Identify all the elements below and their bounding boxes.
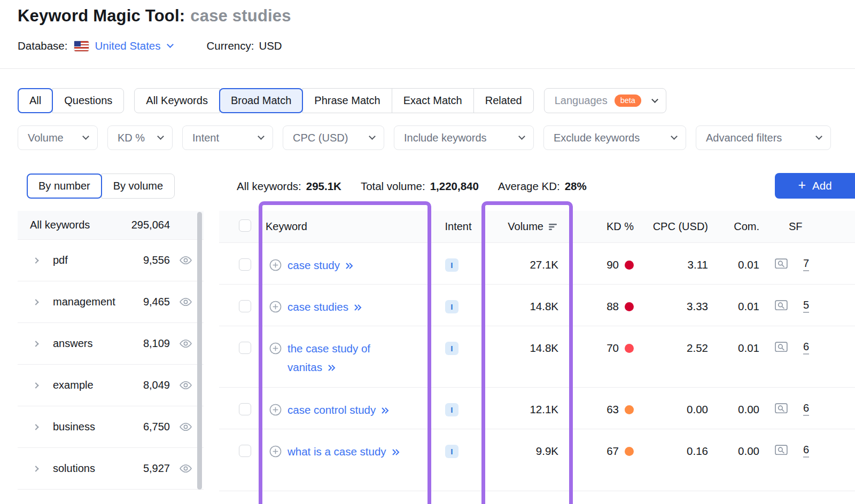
add-keyword-icon[interactable]: [269, 445, 282, 458]
kd-filter[interactable]: KD %: [107, 125, 173, 150]
tab-related[interactable]: Related: [473, 88, 534, 113]
keyword-link[interactable]: case control study: [287, 401, 390, 420]
advanced-filters[interactable]: Advanced filters: [696, 125, 831, 150]
sidebar-scrollbar[interactable]: [197, 212, 202, 490]
sort-descending-icon: [549, 223, 558, 231]
eye-icon[interactable]: [180, 256, 192, 265]
keyword-link[interactable]: case study: [287, 256, 354, 275]
row-checkbox[interactable]: [239, 258, 251, 271]
kd-difficulty-dot: [625, 405, 634, 414]
average-kd-label: Average KD:: [498, 180, 560, 192]
sidebar-item-business[interactable]: business 6,750: [18, 406, 204, 448]
tab-phrase-match[interactable]: Phrase Match: [302, 88, 392, 113]
column-header-volume[interactable]: Volume: [481, 220, 574, 233]
expand-keyword-icon[interactable]: [391, 448, 400, 456]
cpc-value: 0.00: [641, 403, 716, 416]
volume-value: 14.8K: [481, 300, 574, 313]
add-keyword-icon[interactable]: [269, 301, 282, 313]
intent-filter[interactable]: Intent: [182, 125, 273, 150]
tab-questions[interactable]: Questions: [52, 88, 124, 113]
sidebar-item-management[interactable]: management 9,465: [18, 281, 204, 323]
serp-preview-icon[interactable]: [775, 403, 789, 415]
page-title: Keyword Magic Tool:case studies: [18, 6, 291, 26]
serp-preview-icon[interactable]: [775, 342, 789, 353]
chevron-right-icon: [33, 299, 38, 305]
cpc-value: 3.11: [641, 258, 716, 271]
serp-preview-icon[interactable]: [775, 445, 789, 456]
table-header-row: Keyword Intent Volume KD % CPC (USD) Com…: [219, 211, 855, 243]
volume-filter[interactable]: Volume: [18, 125, 98, 150]
keyword-link[interactable]: the case study of vanitas: [287, 340, 401, 377]
add-keyword-icon[interactable]: [269, 342, 282, 355]
meta-bar: Database: United States Currency: USD: [18, 40, 282, 52]
chevron-right-icon: [33, 424, 38, 430]
intent-badge[interactable]: I: [445, 300, 458, 313]
sf-count[interactable]: 7: [803, 257, 809, 271]
eye-icon[interactable]: [180, 339, 192, 348]
group-count: 8,049: [143, 379, 170, 391]
sf-count[interactable]: 6: [803, 402, 809, 416]
select-all-checkbox[interactable]: [239, 219, 251, 232]
column-header-sf: SF: [767, 220, 855, 233]
sf-count[interactable]: 6: [803, 341, 809, 355]
row-checkbox[interactable]: [239, 342, 251, 354]
com-value: 0.00: [716, 403, 767, 416]
sidebar-item-example[interactable]: example 8,049: [18, 365, 204, 406]
expand-keyword-icon[interactable]: [327, 364, 336, 372]
header-divider: [0, 68, 855, 69]
add-keyword-icon[interactable]: [269, 404, 282, 416]
row-checkbox[interactable]: [239, 300, 251, 312]
exclude-keywords-filter[interactable]: Exclude keywords: [543, 125, 686, 150]
eye-icon[interactable]: [180, 381, 192, 390]
column-header-intent: Intent: [436, 220, 481, 233]
expand-keyword-icon[interactable]: [353, 304, 362, 311]
chevron-right-icon: [33, 341, 38, 346]
expand-keyword-icon[interactable]: [345, 262, 354, 270]
sf-count[interactable]: 5: [803, 299, 809, 313]
expand-keyword-icon[interactable]: [380, 407, 390, 414]
languages-dropdown[interactable]: Languages beta: [544, 88, 666, 113]
intent-badge[interactable]: I: [445, 258, 458, 272]
keyword-link[interactable]: case studies: [287, 298, 362, 317]
kd-difficulty-dot: [625, 344, 634, 353]
serp-preview-icon[interactable]: [775, 258, 789, 270]
sidebar-item-pdf[interactable]: pdf 9,556: [18, 240, 204, 281]
chevron-down-icon: [167, 41, 174, 48]
row-checkbox[interactable]: [239, 403, 251, 415]
add-keyword-icon[interactable]: [269, 259, 282, 271]
include-keywords-filter[interactable]: Include keywords: [394, 125, 534, 150]
results-summary: All keywords:295.1K Total volume:1,220,8…: [237, 180, 587, 193]
intent-badge[interactable]: I: [445, 342, 458, 355]
database-selector[interactable]: United States: [95, 40, 172, 52]
chevron-down-icon: [671, 133, 678, 140]
serp-preview-icon[interactable]: [775, 300, 789, 312]
row-checkbox[interactable]: [239, 445, 251, 457]
kd-cell: 70: [574, 342, 641, 355]
add-button-label: Add: [812, 179, 831, 192]
volume-value: 27.1K: [481, 258, 574, 271]
sidebar-item-answers[interactable]: answers 8,109: [18, 323, 204, 365]
keywords-table: Keyword Intent Volume KD % CPC (USD) Com…: [219, 211, 855, 491]
total-volume-value: 1,220,840: [430, 180, 479, 192]
keyword-link[interactable]: what is a case study: [287, 443, 400, 461]
intent-badge[interactable]: I: [445, 445, 458, 458]
eye-icon[interactable]: [180, 297, 192, 306]
eye-icon[interactable]: [180, 422, 192, 431]
sf-count[interactable]: 6: [803, 444, 809, 458]
cpc-filter[interactable]: CPC (USD): [283, 125, 384, 150]
chevron-down-icon: [815, 133, 822, 140]
intent-badge[interactable]: I: [445, 403, 458, 416]
tab-all-keywords[interactable]: All Keywords: [134, 88, 220, 113]
toggle-by-volume[interactable]: By volume: [102, 174, 175, 199]
group-count: 9,556: [143, 254, 170, 266]
kd-difficulty-dot: [625, 302, 634, 311]
tab-exact-match[interactable]: Exact Match: [392, 88, 474, 113]
sidebar-item-solutions[interactable]: solutions 5,927: [18, 448, 204, 490]
sidebar-sort-toggle: By number By volume: [27, 174, 175, 199]
toggle-by-number[interactable]: By number: [27, 174, 102, 199]
match-tabs-bar: All Questions All Keywords Broad Match P…: [18, 88, 666, 113]
tab-broad-match[interactable]: Broad Match: [219, 88, 303, 113]
eye-icon[interactable]: [180, 464, 192, 473]
add-button[interactable]: + Add: [775, 173, 855, 199]
tab-all[interactable]: All: [18, 88, 53, 113]
